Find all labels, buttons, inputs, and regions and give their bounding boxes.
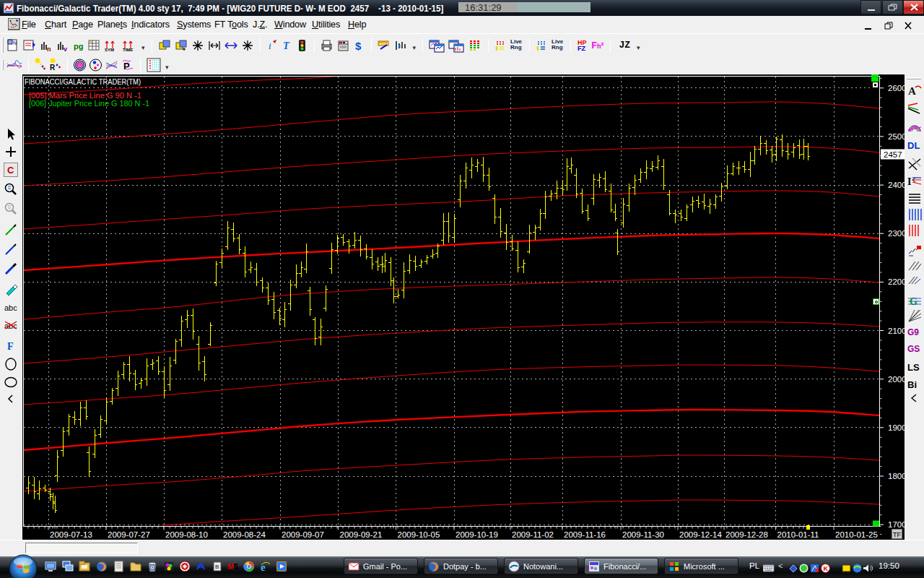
svg-text:2009-12-28: 2009-12-28	[725, 530, 768, 539]
svg-text:1900: 1900	[888, 423, 907, 432]
svg-text:2009-08-10: 2009-08-10	[165, 530, 208, 539]
svg-text:2009-10-19: 2009-10-19	[456, 530, 498, 539]
svg-text:1700: 1700	[888, 520, 907, 529]
svg-text:B: B	[215, 564, 219, 570]
svg-text:2009-07-27: 2009-07-27	[108, 530, 150, 539]
svg-text:K: K	[824, 565, 829, 572]
svg-text:2500: 2500	[888, 132, 907, 141]
svg-text:2009-11-30: 2009-11-30	[622, 530, 664, 539]
svg-text:2009-12-14: 2009-12-14	[679, 530, 722, 539]
svg-text:2300: 2300	[888, 229, 907, 238]
svg-text:2100: 2100	[888, 327, 907, 335]
svg-text:2000: 2000	[888, 375, 907, 384]
svg-text:1800: 1800	[888, 472, 907, 480]
svg-text:2009-11-02: 2009-11-02	[512, 530, 554, 539]
svg-text:2009-10-05: 2009-10-05	[398, 530, 440, 539]
svg-text:FIBONACCI/GALACTIC TRADER(TM): FIBONACCI/GALACTIC TRADER(TM)	[25, 77, 141, 86]
svg-text:2010-01-11: 2010-01-11	[777, 530, 819, 539]
svg-text:2009-11-16: 2009-11-16	[564, 530, 606, 539]
svg-text:2009-09-21: 2009-09-21	[340, 530, 383, 539]
svg-text:2600: 2600	[888, 84, 907, 92]
svg-text:2009-09-07: 2009-09-07	[282, 530, 324, 539]
svg-text:2009-08-24: 2009-08-24	[223, 530, 266, 539]
svg-text:2457: 2457	[884, 150, 902, 159]
svg-text:2200: 2200	[888, 277, 907, 286]
svg-text:S: S	[233, 562, 238, 571]
svg-text:2400: 2400	[888, 181, 907, 189]
svg-text:2009-07-13: 2009-07-13	[50, 530, 92, 539]
svg-text:2010-01-25: 2010-01-25	[835, 530, 878, 539]
svg-text:[006] Jupiter Price Line G 180: [006] Jupiter Price Line G 180 N -1	[29, 99, 149, 108]
